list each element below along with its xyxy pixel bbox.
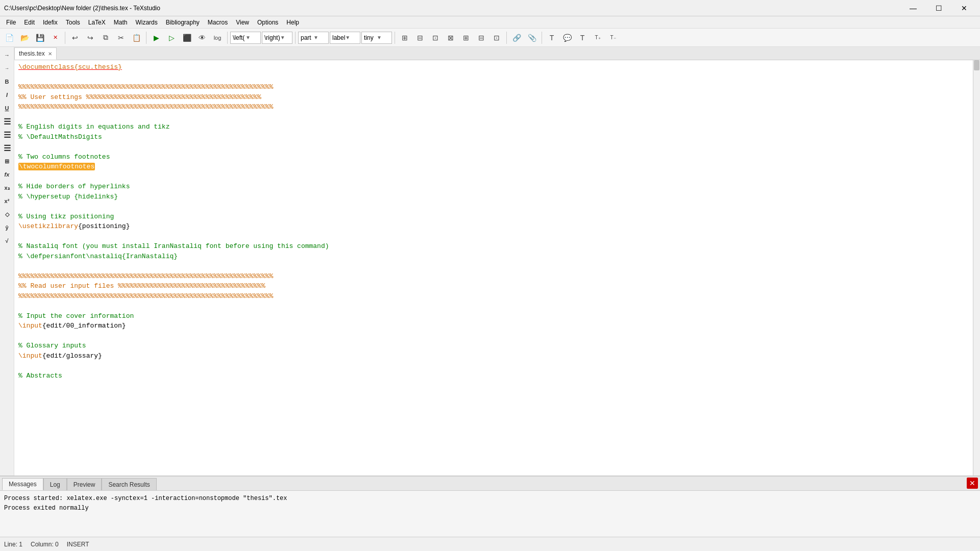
tab-messages[interactable]: Messages	[2, 478, 43, 490]
ref-icon[interactable]: 🔗	[509, 31, 524, 45]
table-icon-3[interactable]: ⊡	[428, 31, 443, 45]
paste-button[interactable]: 📋	[129, 31, 143, 45]
tab-label: thesis.tex	[19, 50, 45, 57]
left-delimiter-dropdown[interactable]: \left( ▼	[230, 32, 261, 44]
code-line-24: %%%%%%%%%%%%%%%%%%%%%%%%%%%%%%%%%%%%%%%%…	[18, 291, 969, 302]
tab-thesis[interactable]: thesis.tex ✕	[14, 47, 57, 60]
editor[interactable]: \documentclass{scu.thesis} %%%%%%%%%%%%%…	[14, 60, 973, 537]
minimize-button[interactable]: —	[901, 0, 925, 16]
bold-button[interactable]: B	[1, 76, 13, 88]
text-icon-3[interactable]: T	[575, 31, 590, 45]
table-icon-6[interactable]: ⊟	[474, 31, 488, 45]
structure-button[interactable]: ⊞	[1, 155, 13, 167]
formula-button[interactable]: fx	[1, 168, 13, 181]
special2-button[interactable]: ŷ	[1, 221, 13, 234]
tab-search-results[interactable]: Search Results	[102, 478, 156, 490]
code-line-26: % Input the cover information	[18, 311, 969, 321]
table-icon-7[interactable]: ⊡	[489, 31, 504, 45]
table-icon-1[interactable]: ⊞	[398, 31, 412, 45]
code-line-4: %% User settings %%%%%%%%%%%%%%%%%%%%%%%…	[18, 92, 969, 103]
sqrt-button[interactable]: √	[1, 235, 13, 247]
menu-tools[interactable]: Tools	[62, 18, 84, 27]
menu-help[interactable]: Help	[282, 18, 303, 27]
code-line-1: \documentclass{scu.thesis}	[18, 62, 969, 72]
menu-macros[interactable]: Macros	[204, 18, 232, 27]
tab-bar: thesis.tex ✕	[14, 47, 980, 60]
new-button[interactable]: 📄	[2, 31, 16, 45]
code-line-30: \input{edit/glossary}	[18, 351, 969, 361]
maximize-button[interactable]: ☐	[927, 0, 950, 16]
code-line-19: % Nastaliq font (you must install IranNa…	[18, 241, 969, 252]
scrollbar-thumb[interactable]	[974, 60, 979, 70]
ref-icon-2[interactable]: 📎	[525, 31, 539, 45]
view-button[interactable]: 👁	[195, 31, 209, 45]
menu-idefix[interactable]: Idefix	[39, 18, 62, 27]
right-delimiter-dropdown[interactable]: \right) ▼	[262, 32, 292, 44]
text-icon-2[interactable]: 💬	[560, 31, 574, 45]
redo-button[interactable]: ↪	[83, 31, 97, 45]
copy-button[interactable]: ⧉	[99, 31, 113, 45]
table-icon-2[interactable]: ⊟	[413, 31, 427, 45]
code-line-10: % Two columns footnotes	[18, 152, 969, 162]
special1-button[interactable]: ◇	[1, 208, 13, 220]
align-center-button[interactable]: ☰	[1, 129, 13, 141]
code-line-12	[18, 172, 969, 182]
compile-button[interactable]: ▷	[164, 31, 179, 45]
align-right-button[interactable]: ☰	[1, 142, 13, 154]
label-dropdown[interactable]: label ▼	[330, 32, 360, 44]
italic-button[interactable]: I	[1, 89, 13, 101]
subscript-button[interactable]: x₂	[1, 182, 13, 194]
text-icon-5[interactable]: T₋	[606, 31, 620, 45]
save-all-button[interactable]: ✕	[48, 31, 62, 45]
bottom-content: Process started: xelatex.exe -synctex=1 …	[0, 491, 980, 537]
superscript-button[interactable]: x²	[1, 195, 13, 207]
tab-preview[interactable]: Preview	[67, 478, 102, 490]
tab-log[interactable]: Log	[43, 478, 67, 490]
tab-close-icon[interactable]: ✕	[48, 51, 52, 57]
code-line-8: % \DefaultMathsDigits	[18, 132, 969, 142]
text-icon-4[interactable]: T₊	[591, 31, 605, 45]
toolbar-sep-6	[506, 32, 507, 44]
size-dropdown[interactable]: tiny ▼	[361, 32, 392, 44]
menu-view[interactable]: View	[232, 18, 253, 27]
menu-edit[interactable]: Edit	[20, 18, 39, 27]
menu-bibliography[interactable]: Bibliography	[162, 18, 204, 27]
part-dropdown[interactable]: part ▼	[298, 32, 329, 44]
code-line-14: % \hypersetup {hidelinks}	[18, 192, 969, 202]
code-line-13: % Hide borders of hyperlinks	[18, 182, 969, 192]
stop-button[interactable]: ⬛	[180, 31, 194, 45]
toolbar: 📄 📂 💾 ✕ ↩ ↪ ⧉ ✂ 📋 ▶ ▷ ⬛ 👁 log \left( ▼ \…	[0, 29, 980, 47]
right-scrollbar[interactable]	[973, 60, 980, 537]
menu-math[interactable]: Math	[110, 18, 132, 27]
close-button[interactable]: ✕	[952, 0, 976, 16]
bottom-tabs: Messages Log Preview Search Results ✕	[0, 477, 980, 491]
code-line-5: %%%%%%%%%%%%%%%%%%%%%%%%%%%%%%%%%%%%%%%%…	[18, 102, 969, 112]
save-button[interactable]: 💾	[33, 31, 47, 45]
table-icon-5[interactable]: ⊞	[459, 31, 473, 45]
status-mode: INSERT	[67, 541, 89, 548]
table-icon-4[interactable]: ⊠	[444, 31, 458, 45]
code-line-15	[18, 202, 969, 212]
code-line-23: %% Read user input files %%%%%%%%%%%%%%%…	[18, 281, 969, 291]
undo-button[interactable]: ↩	[68, 31, 82, 45]
underline-button[interactable]: U	[1, 102, 13, 114]
align-left-button[interactable]: ☰	[1, 115, 13, 128]
fold-button[interactable]: →	[1, 49, 13, 61]
bottom-panel-close-button[interactable]: ✕	[967, 478, 978, 489]
text-icon-1[interactable]: T	[545, 31, 559, 45]
status-column: Column: 0	[31, 541, 59, 548]
title-text: C:\Users\pc\Desktop\New folder (2)\thesi…	[4, 5, 160, 12]
cut-button[interactable]: ✂	[114, 31, 128, 45]
code-line-20: % \defpersianfont\nastaliq{IranNastaliq}	[18, 252, 969, 262]
build-button[interactable]: ▶	[149, 31, 163, 45]
menu-wizards[interactable]: Wizards	[131, 18, 161, 27]
code-line-22: %%%%%%%%%%%%%%%%%%%%%%%%%%%%%%%%%%%%%%%%…	[18, 271, 969, 282]
unfold-button[interactable]: →	[1, 62, 13, 74]
menu-file[interactable]: File	[2, 18, 20, 27]
menu-options[interactable]: Options	[253, 18, 282, 27]
open-button[interactable]: 📂	[17, 31, 32, 45]
menu-latex[interactable]: LaTeX	[84, 18, 110, 27]
log-button[interactable]: log	[210, 31, 225, 45]
process-line-2: Process exited normally	[4, 504, 976, 513]
code-line-31	[18, 361, 969, 371]
